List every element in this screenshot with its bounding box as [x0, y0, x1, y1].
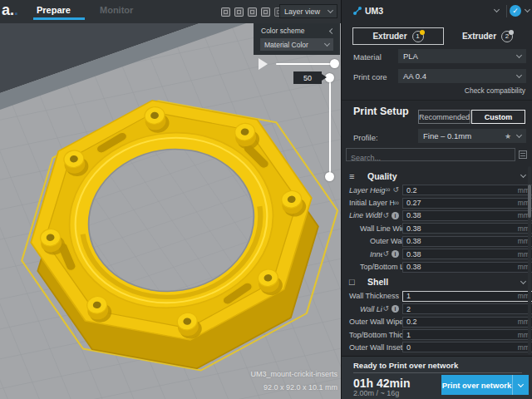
setting-input[interactable]: 0.38mm [402, 210, 532, 221]
check-compatibility-link[interactable]: Check compatibility [465, 86, 525, 95]
setting-row: Outer Wall Wipe Distance0.2mm [346, 316, 532, 328]
tab-monitor[interactable]: Monitor [100, 5, 133, 15]
play-button[interactable] [259, 58, 268, 70]
job-status: Ready to Print over network [353, 361, 458, 370]
setting-value: 2 [403, 305, 530, 313]
setting-row: Wall Line Width0.38mm [346, 222, 532, 234]
material-dropdown[interactable]: PLA [398, 49, 526, 63]
view-3d-icon[interactable] [221, 7, 230, 17]
revert-icon[interactable]: ↺ [392, 186, 399, 194]
section-header-quality[interactable]: ≡Quality [346, 169, 532, 183]
setting-value-area [402, 352, 532, 355]
setting-label: Line Width [346, 211, 382, 219]
view-mode-dropdown[interactable]: Layer view [279, 4, 337, 18]
chevron-down-icon [516, 72, 522, 78]
layer-slider-track[interactable] [329, 77, 331, 177]
mode-custom-button[interactable]: Custom [471, 110, 525, 124]
setting-input[interactable]: 0mm [402, 342, 532, 352]
section-header-shell[interactable]: □Shell [346, 275, 532, 289]
print-job-footer: Ready to Print over network 01h 42min 2.… [342, 356, 532, 399]
view-front-icon[interactable] [234, 7, 244, 17]
extruder-2-material-dot [509, 30, 514, 35]
setting-label: Initial Layer Height [346, 199, 394, 207]
color-scheme-dropdown[interactable]: Material Color [260, 38, 333, 51]
setting-input[interactable]: 0.38mm [402, 223, 532, 234]
print-core-dropdown[interactable]: AA 0.4 [398, 69, 526, 83]
setting-visibility-icon[interactable] [519, 150, 527, 159]
setting-value: 1 [403, 292, 518, 300]
revert-icon[interactable]: ↺ [382, 212, 389, 219]
settings-list: ≡QualityLayer Height∞↺0.2mmInitial Layer… [346, 167, 532, 355]
print-core-label: Print core [353, 72, 387, 81]
info-icon[interactable]: i [392, 250, 399, 258]
connected-check-icon[interactable]: ✓ [510, 5, 521, 17]
setting-input[interactable]: 0.27mm [402, 198, 532, 209]
model-dimensions: 92.0 x 92.0 x 10.1 mm [150, 381, 337, 394]
layer-slider-bottom-handle[interactable] [325, 172, 334, 181]
info-icon[interactable]: i [392, 212, 399, 219]
tab-prepare[interactable]: Prepare [37, 5, 71, 15]
profile-dropdown[interactable]: Fine – 0.1mm ★ [418, 129, 526, 143]
setting-value: 0.38 [403, 250, 518, 259]
extruder-1-label: Extruder [372, 32, 406, 41]
mode-recommended-button[interactable]: Recommended [418, 110, 470, 124]
link-icon[interactable]: ∞ [394, 200, 399, 207]
setting-row: Layer Height∞↺0.2mm [346, 184, 532, 196]
setting-row: Wall Line Count↺i2 [346, 303, 532, 315]
info-icon[interactable]: i [392, 305, 399, 313]
connection-dropdown-chevron[interactable] [525, 7, 530, 12]
app-logo: a.. [2, 2, 18, 19]
setting-input[interactable]: 0.2mm [402, 185, 532, 195]
print-options-chevron[interactable] [512, 375, 529, 395]
setting-icons: ∞↺ [385, 186, 399, 194]
print-setup-title: Print Setup [353, 106, 409, 117]
link-icon[interactable]: ∞ [385, 186, 390, 194]
setting-input[interactable]: 0.38mm [402, 262, 532, 273]
setting-row: Outer Wall Line Width0.38mm [346, 235, 532, 248]
chevron-down-icon [324, 41, 330, 47]
divider [342, 100, 532, 101]
collapse-panel-icon[interactable] [329, 28, 335, 34]
scrollbar-thumb[interactable] [528, 185, 531, 218]
path-slider-track[interactable] [276, 63, 335, 65]
setting-input[interactable]: 1mm [402, 291, 532, 302]
revert-icon[interactable]: ↺ [382, 305, 389, 313]
tab-extruder-1[interactable]: Extruder 1 [352, 27, 444, 45]
setting-label: Outer Wall Inset [346, 343, 402, 352]
chevron-down-icon [328, 7, 333, 13]
setting-input[interactable]: 2 [402, 303, 532, 314]
tab-extruder-2[interactable]: Extruder 2 [444, 27, 531, 45]
setting-row: Top/Bottom Thickness1mm [346, 328, 532, 341]
setting-label: Inner Wall(s) Line Width [346, 250, 382, 259]
path-slider-handle[interactable] [330, 59, 339, 68]
setting-label: Top/Bottom Line Width [346, 263, 402, 271]
setting-input[interactable]: 1mm [402, 329, 532, 340]
setting-icons: ↺i [382, 212, 399, 219]
color-scheme-title: Color scheme [261, 27, 304, 35]
shell-icon: □ [349, 277, 361, 287]
setting-row: Wall Thickness1mm [346, 290, 532, 303]
setting-icons: ↺i [382, 305, 399, 313]
profile-label: Profile: [353, 133, 378, 142]
setting-label: Layer Height [346, 186, 385, 195]
setting-input[interactable]: 0.2mm [402, 317, 532, 328]
setting-label: Wall Line Count [346, 305, 382, 313]
machine-row: UM3 ✓ [342, 0, 532, 22]
chevron-down-icon [520, 172, 526, 178]
viewport-3d[interactable]: a.. Prepare Monitor Layer view Color sch… [0, 0, 341, 399]
setting-label: Top/Bottom Thickness [346, 331, 402, 339]
print-over-network-button[interactable]: Print over network [441, 375, 529, 395]
setting-input[interactable]: 0.38mm [402, 249, 532, 259]
setting-value: 0.2 [403, 186, 518, 195]
printer-dropdown-chevron[interactable] [494, 7, 500, 12]
view-left-icon[interactable] [261, 7, 270, 17]
section-title: Shell [367, 277, 521, 287]
view-top-icon[interactable] [248, 7, 257, 17]
star-icon[interactable]: ★ [505, 132, 511, 140]
search-input[interactable] [347, 152, 515, 164]
revert-icon[interactable]: ↺ [382, 250, 389, 258]
printer-name[interactable]: UM3 [365, 6, 383, 16]
setting-value: 0.2 [403, 318, 518, 326]
scene-svg [0, 0, 341, 399]
setting-input[interactable]: 0.38mm [402, 236, 532, 247]
